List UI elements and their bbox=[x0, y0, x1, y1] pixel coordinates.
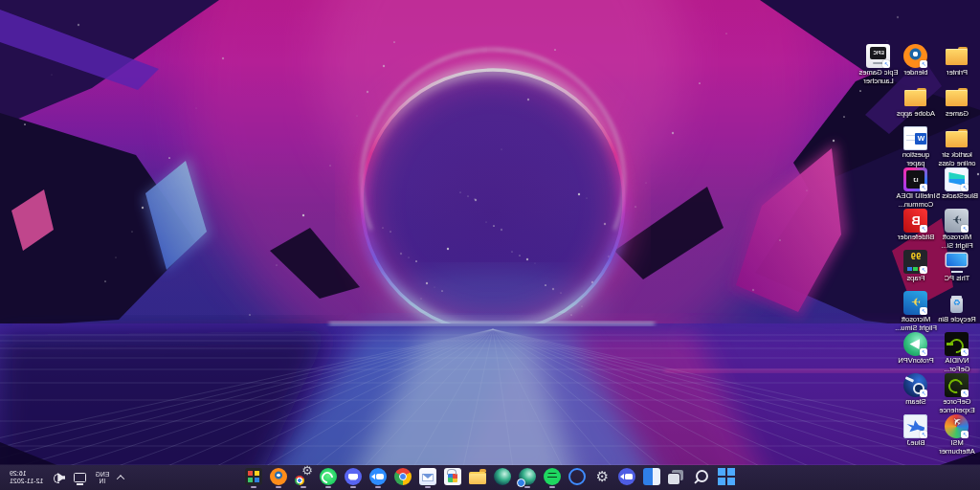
taskbar-microsoft-store-button[interactable] bbox=[442, 465, 463, 490]
language-indicator[interactable]: ENG IN bbox=[95, 471, 109, 484]
desktop-icon-label: ProtonVPN bbox=[898, 357, 934, 366]
desktop-icon-label: Adobe apps bbox=[897, 110, 935, 119]
intellij-icon: ↗ bbox=[904, 167, 928, 191]
folder-icon bbox=[946, 85, 969, 109]
desktop-icon-microsoft-flight-si[interactable]: ↗Microsoft Flight Si... bbox=[936, 209, 978, 250]
desktop-icon-label: Games bbox=[946, 110, 969, 119]
start-icon bbox=[718, 468, 735, 485]
mail-icon bbox=[419, 468, 436, 485]
task-view-icon bbox=[668, 468, 685, 485]
desktop-icon-label: blender bbox=[903, 69, 927, 78]
file-explorer-icon bbox=[469, 472, 486, 484]
taskbar-swirl-app-update-button[interactable] bbox=[517, 465, 538, 490]
hidden-icons-chevron-icon[interactable] bbox=[117, 475, 124, 482]
running-indicator bbox=[649, 486, 655, 488]
folder-icon bbox=[946, 44, 969, 68]
system-tray: ENG IN 16:29 12-11-2021 bbox=[0, 465, 129, 490]
tray-time: 16:29 bbox=[10, 470, 43, 479]
shortcut-arrow-icon: ↗ bbox=[962, 390, 969, 397]
desktop-icon-printer[interactable]: Printer bbox=[936, 44, 978, 85]
desktop-icon-question-paper[interactable]: question paper debe... bbox=[895, 126, 937, 167]
fraps-icon: ↗ bbox=[904, 250, 928, 274]
desktop-icon-bluestacks-5[interactable]: ↗BlueStacks 5 bbox=[936, 167, 978, 209]
desktop-icon-label: MSI Afterburner bbox=[936, 439, 978, 456]
language-line2: IN bbox=[95, 478, 109, 484]
taskbar-settings-button[interactable] bbox=[591, 465, 612, 490]
shortcut-arrow-icon: ↗ bbox=[921, 390, 928, 397]
taskbar: ENG IN 16:29 12-11-2021 bbox=[0, 465, 980, 490]
desktop-icon-blender[interactable]: ↗blender bbox=[895, 44, 937, 85]
shortcut-arrow-icon: ↗ bbox=[921, 348, 928, 356]
shortcut-arrow-icon: ↗ bbox=[921, 184, 928, 191]
desktop-icon-column-2: ↗blenderAdobe appsquestion paper debe...… bbox=[895, 44, 937, 456]
blender-icon bbox=[270, 468, 287, 485]
desktop-icon-kartick-sir-online-class[interactable]: kartick sir online class bbox=[936, 126, 978, 167]
running-indicator bbox=[425, 486, 431, 488]
running-indicator bbox=[699, 486, 704, 488]
taskbar-chrome-button[interactable] bbox=[392, 465, 413, 490]
running-indicator bbox=[350, 486, 356, 488]
desktop-icon-label: GeForce Experience bbox=[936, 398, 978, 414]
taskbar-widgets-button[interactable] bbox=[641, 465, 662, 490]
taskbar-fraps-button[interactable] bbox=[243, 465, 264, 490]
taskbar-chat-button[interactable] bbox=[616, 465, 637, 490]
desktop-icon-recycle-bin[interactable]: Recycle Bin bbox=[936, 291, 978, 332]
taskbar-steam-gear-button[interactable] bbox=[293, 465, 314, 490]
thispc-icon bbox=[946, 250, 969, 274]
desktop-icon-fraps[interactable]: ↗Fraps bbox=[895, 250, 937, 291]
taskbar-ring-app-button[interactable] bbox=[567, 465, 588, 490]
msfs-icon: ↗ bbox=[946, 209, 969, 233]
volume-icon[interactable] bbox=[52, 472, 65, 483]
swirl-app-update-icon bbox=[519, 468, 536, 485]
desktop-icon-label: Fraps bbox=[906, 275, 924, 283]
running-indicator bbox=[276, 486, 281, 488]
taskbar-discord-button[interactable] bbox=[343, 465, 364, 490]
shortcut-arrow-icon: ↗ bbox=[921, 431, 928, 438]
desktop-icon-label: Microsoft Flight Simu... bbox=[895, 316, 937, 332]
running-indicator bbox=[724, 486, 729, 488]
desktop-icon-label: Steam bbox=[905, 398, 926, 407]
word-icon bbox=[904, 126, 928, 150]
taskbar-task-view-button[interactable] bbox=[666, 465, 687, 490]
desktop-icon-geforce-experience[interactable]: ↗GeForce Experience bbox=[936, 373, 978, 414]
desktop-icon-label: Microsoft Flight Si... bbox=[936, 234, 978, 250]
shortcut-arrow-icon: ↗ bbox=[962, 225, 969, 233]
desktop-icon-msi-afterburner[interactable]: ↗MSI Afterburner bbox=[936, 414, 978, 456]
tray-clock[interactable]: 16:29 12-11-2021 bbox=[10, 470, 43, 486]
desktop-icon-microsoft-flight-simu[interactable]: ↗Microsoft Flight Simu... bbox=[895, 291, 937, 332]
taskbar-zoom-button[interactable] bbox=[368, 465, 389, 490]
running-indicator bbox=[475, 485, 480, 487]
proton-icon: ↗ bbox=[904, 332, 928, 356]
desktop-icon-steam[interactable]: ↗Steam bbox=[895, 373, 937, 414]
taskbar-start-button[interactable] bbox=[716, 465, 737, 490]
running-indicator bbox=[549, 486, 555, 488]
desktop-icon-epic-games-launcher[interactable]: ↗Epic Games Launcher bbox=[858, 44, 900, 85]
desktop-screen: PrinterGameskartick sir online class↗Blu… bbox=[0, 0, 980, 490]
desktop-icon-this-pc[interactable]: This PC bbox=[936, 250, 978, 291]
desktop-icon-games[interactable]: Games bbox=[936, 85, 978, 126]
taskbar-spotify-button[interactable] bbox=[542, 465, 563, 490]
taskbar-swirl-app-button[interactable] bbox=[492, 465, 513, 490]
shortcut-arrow-icon: ↗ bbox=[883, 60, 891, 68]
taskbar-blender-button[interactable] bbox=[268, 465, 289, 490]
folder-icon bbox=[946, 126, 969, 150]
desktop-icon-bitdefender[interactable]: ↗Bitdefender bbox=[895, 209, 937, 250]
desktop-icon-nvidia-gefor[interactable]: ↗NVIDIA GeFor... bbox=[936, 332, 978, 373]
network-icon[interactable] bbox=[74, 473, 86, 482]
running-indicator bbox=[574, 486, 580, 488]
bluej-icon: ↗ bbox=[904, 414, 928, 438]
taskbar-file-explorer-button[interactable] bbox=[467, 465, 488, 490]
taskbar-mail-button[interactable] bbox=[417, 465, 438, 490]
desktop-icon-adobe-apps[interactable]: Adobe apps bbox=[895, 85, 937, 126]
desktop-icon-intellij-idea-community[interactable]: ↗IntelliJ IDEA Commun... bbox=[895, 167, 937, 209]
wallpaper bbox=[0, 0, 980, 490]
recycle-icon bbox=[946, 291, 969, 315]
desktop-icon-protonvpn[interactable]: ↗ProtonVPN bbox=[895, 332, 937, 373]
desktop-icon-bluej[interactable]: ↗BlueJ bbox=[895, 414, 937, 456]
bitdefender-icon: ↗ bbox=[904, 209, 928, 233]
msi-icon: ↗ bbox=[946, 414, 969, 438]
taskbar-search-button[interactable] bbox=[691, 465, 712, 490]
microsoft-store-icon bbox=[444, 468, 461, 485]
running-indicator bbox=[325, 486, 331, 488]
taskbar-whatsapp-button[interactable] bbox=[318, 465, 339, 490]
